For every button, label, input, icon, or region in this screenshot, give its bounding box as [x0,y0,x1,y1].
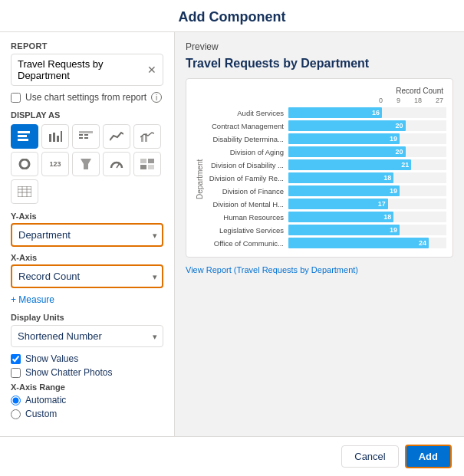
chart-type-bar-h[interactable] [11,124,38,149]
bar-value: 21 [401,161,411,169]
bar-row: Division of Aging 20 [204,146,446,157]
x-axis-range-label: X-Axis Range [11,382,163,392]
bar-label: Division of Family Re... [204,174,288,182]
svg-marker-15 [81,159,91,169]
chart-area: Record Count 0 9 18 27 Department Audit … [186,78,453,258]
bar-track: 20 [288,146,446,157]
svg-point-14 [20,159,29,169]
bar-chart: Department Audit Services 16 Contract Ma… [193,107,446,251]
add-measure-link[interactable]: + Measure [11,294,163,305]
bar-value: 20 [396,122,406,130]
bar-track: 20 [288,120,446,131]
display-units-select[interactable]: Shortened Number Full Number Thousands M… [11,325,163,347]
svg-rect-10 [79,137,83,139]
chart-type-gauge[interactable] [103,152,130,176]
bar-value: 24 [419,239,429,247]
chart-type-grid: 123 [11,124,163,204]
info-icon[interactable]: i [151,92,162,103]
chart-type-combo[interactable] [133,124,161,149]
bar-track: 24 [288,238,446,248]
bar-row: Legislative Services 19 [204,225,446,235]
chart-type-funnel[interactable] [72,152,100,176]
modal-footer: Cancel Add [0,436,464,476]
chart-type-data-table[interactable] [11,179,38,204]
svg-rect-4 [53,133,55,142]
y-axis-label: Y-Axis [11,212,163,221]
svg-rect-2 [18,139,28,141]
bar-fill: 19 [288,133,400,144]
bar-fill: 20 [288,146,406,157]
svg-rect-21 [18,186,31,197]
x-axis-select[interactable]: Record Count [11,264,163,288]
bar-label: Division of Disability ... [204,161,288,169]
display-units-select-wrapper: Shortened Number Full Number Thousands M… [11,325,163,347]
display-units-label: Display Units [11,313,163,322]
x-axis-range-group: X-Axis Range Automatic Custom [11,382,163,419]
axis-val-18: 18 [414,97,422,104]
bar-label: Division of Finance [204,187,288,195]
bar-label: Division of Mental H... [204,200,288,208]
bar-value: 19 [390,187,400,195]
bar-label: Human Resources [204,213,288,222]
bar-track: 17 [288,199,446,209]
bar-fill: 18 [288,212,393,222]
x-axis-label: X-Axis [11,253,163,262]
show-chatter-photos-label: Show Chatter Photos [25,367,112,378]
x-axis-select-wrapper: Record Count ▾ [11,264,163,288]
bar-track: 21 [288,159,446,170]
add-button[interactable]: Add [405,445,452,468]
svg-rect-20 [148,165,154,169]
svg-rect-1 [18,135,27,137]
chart-type-number[interactable]: 123 [41,152,69,176]
bar-track: 18 [288,172,446,183]
bar-fill: 18 [288,172,393,183]
chart-type-table[interactable] [72,124,100,149]
bar-value: 18 [383,174,393,182]
chart-type-matrix[interactable] [133,152,161,176]
automatic-radio[interactable] [11,396,21,405]
chart-type-donut[interactable] [11,152,38,176]
bar-row: Division of Finance 19 [204,185,446,196]
bar-fill: 20 [288,120,406,131]
left-panel: Report Travel Requests by Department ✕ U… [0,32,175,436]
svg-rect-8 [79,134,83,136]
bar-row: Office of Communic... 24 [204,238,446,248]
custom-label: Custom [25,409,57,419]
report-value: Travel Requests by Department [18,58,147,81]
bar-row: Human Resources 18 [204,212,446,222]
axis-values-row: 0 9 18 27 [193,97,446,104]
bar-fill: 19 [288,225,400,235]
y-axis-title: Department [193,107,204,251]
y-axis-select[interactable]: Department [11,223,163,247]
bar-value: 18 [383,213,393,221]
bar-row: Contract Management 20 [204,120,446,131]
cancel-button[interactable]: Cancel [341,445,398,468]
chart-title: Travel Requests by Department [186,57,453,71]
bar-fill: 24 [288,238,429,248]
custom-radio[interactable] [11,409,21,419]
bar-value: 19 [390,135,400,143]
svg-rect-9 [84,134,88,136]
report-select[interactable]: Travel Requests by Department ✕ [11,54,163,86]
bar-track: 19 [288,133,446,144]
bar-track: 19 [288,185,446,196]
bar-row: Division of Family Re... 18 [204,172,446,183]
y-axis-select-wrapper: Department ▾ [11,223,163,247]
chart-type-line[interactable] [103,124,130,149]
bar-track: 18 [288,212,446,222]
modal-header: Add Component [0,0,464,32]
bar-row: Division of Disability ... 21 [204,159,446,170]
svg-rect-11 [84,137,88,139]
show-chatter-photos-checkbox[interactable] [11,368,21,378]
svg-rect-19 [140,165,146,169]
bar-fill: 16 [288,107,382,118]
svg-rect-7 [79,131,93,133]
preview-label: Preview [186,41,453,52]
use-chart-settings-checkbox[interactable] [11,93,21,103]
chart-type-bar-v[interactable] [41,124,69,149]
clear-report-icon[interactable]: ✕ [147,64,156,76]
automatic-radio-row: Automatic [11,395,163,405]
view-report-link[interactable]: View Report (Travel Requests by Departme… [186,265,358,274]
show-values-checkbox[interactable] [11,354,21,364]
bar-value: 17 [378,200,388,208]
